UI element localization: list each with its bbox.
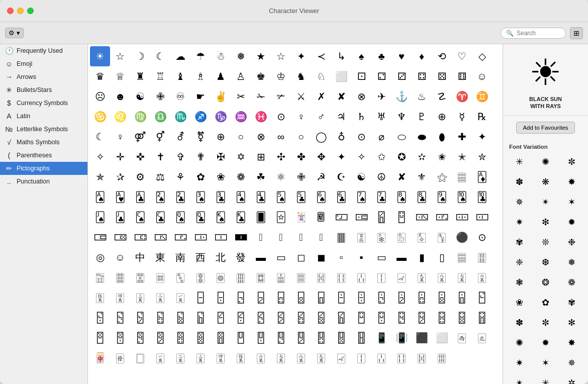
symbol-cell[interactable]: ✛ (110, 147, 130, 167)
symbol-cell[interactable]: 🂿 (311, 207, 331, 227)
symbol-cell[interactable]: ❀ (211, 167, 231, 187)
symbol-cell[interactable]: 🀘 (231, 267, 251, 287)
symbol-cell[interactable]: ♛ (90, 66, 110, 86)
symbol-cell[interactable]: 🀦 (432, 227, 452, 247)
symbol-cell[interactable]: 🂄 (452, 308, 472, 328)
symbol-cell[interactable]: 🃕 (291, 187, 311, 207)
symbol-cell[interactable]: 📱 (371, 328, 391, 348)
symbol-cell[interactable]: ♍ (130, 107, 150, 127)
symbol-cell[interactable]: 🀎 (291, 348, 311, 368)
symbol-cell[interactable]: 🀇 (170, 287, 190, 308)
symbol-cell[interactable]: 🀮 (271, 227, 291, 247)
symbol-cell[interactable]: ☹ (90, 86, 110, 107)
add-to-favourites-button[interactable]: Add to Favourites (516, 122, 574, 134)
symbol-cell[interactable]: 發 (231, 247, 251, 267)
symbol-cell[interactable]: ★ (251, 46, 271, 66)
symbol-cell[interactable]: 🀕 (291, 267, 311, 287)
symbol-cell[interactable]: 🁶 (170, 308, 190, 328)
symbol-cell[interactable]: 🀏 (311, 348, 331, 368)
symbol-cell[interactable]: ⚄ (432, 66, 452, 86)
symbol-cell[interactable]: ♇ (412, 107, 432, 127)
symbol-cell[interactable]: ⚦ (170, 127, 190, 147)
symbol-cell[interactable]: ✤ (291, 147, 311, 167)
symbol-cell[interactable]: ☛ (190, 86, 211, 107)
font-variation-cell[interactable]: ❉ (560, 233, 584, 251)
symbol-cell[interactable]: 🂆 (90, 328, 110, 348)
symbol-cell[interactable]: ♖ (150, 66, 170, 86)
symbol-cell[interactable]: ▯ (432, 247, 452, 267)
symbol-cell[interactable]: 🂍 (231, 328, 251, 348)
symbol-cell[interactable]: 🀍 (271, 348, 291, 368)
symbol-cell[interactable]: ⟲ (432, 46, 452, 66)
symbol-cell[interactable]: 🀈 (150, 287, 170, 308)
font-variation-cell[interactable]: ✵ (560, 354, 584, 372)
symbol-cell[interactable]: ⬬ (412, 127, 432, 147)
symbol-cell[interactable]: ℞ (472, 107, 492, 127)
symbol-cell[interactable]: 🃛 (110, 207, 130, 227)
symbol-cell[interactable]: 🀇 (150, 348, 170, 368)
symbol-cell[interactable]: ▬ (391, 247, 412, 267)
symbol-cell[interactable]: 🂓 (351, 328, 371, 348)
symbol-cell[interactable]: 🁥 (231, 287, 251, 308)
font-variation-cell[interactable]: ✶ (533, 354, 557, 372)
symbol-cell[interactable]: 🀾 (351, 207, 371, 227)
symbol-cell[interactable]: ⊕ (211, 127, 231, 147)
symbol-cell[interactable]: 🁴 (130, 308, 150, 328)
symbol-cell[interactable]: 🂨 (391, 187, 412, 207)
symbol-cell[interactable]: 🂐 (291, 328, 311, 348)
symbol-cell[interactable]: ⚖ (150, 167, 170, 187)
symbol-cell[interactable]: 西 (190, 247, 211, 267)
symbol-cell[interactable]: ☯ (130, 86, 150, 107)
symbol-cell[interactable]: 🃓 (211, 187, 231, 207)
symbol-cell[interactable]: 🀷 (90, 227, 110, 247)
symbol-cell[interactable]: ✦ (291, 46, 311, 66)
symbol-cell[interactable]: 🂑 (311, 328, 331, 348)
symbol-cell[interactable]: 北 (211, 247, 231, 267)
symbol-cell[interactable]: ♅ (371, 107, 391, 127)
symbol-cell[interactable]: 🁾 (331, 308, 351, 328)
symbol-cell[interactable]: ⬜ (432, 328, 452, 348)
symbol-cell[interactable]: ♥ (391, 46, 412, 66)
symbol-cell[interactable]: 🂧 (351, 187, 371, 207)
sidebar-item-emoji[interactable]: ☺Emoji (0, 57, 87, 70)
symbol-cell[interactable]: 🀐 (331, 348, 351, 368)
symbol-cell[interactable]: ☁ (170, 46, 190, 66)
symbol-cell[interactable]: ✯ (90, 167, 110, 187)
symbol-cell[interactable]: 🃚 (472, 187, 492, 207)
symbol-cell[interactable]: ☮ (371, 167, 391, 187)
symbol-cell[interactable]: ♦ (412, 46, 432, 66)
symbol-cell[interactable]: 🃔 (251, 187, 271, 207)
symbol-cell[interactable]: ☿ (452, 107, 472, 127)
font-variation-cell[interactable]: ❆ (533, 253, 557, 271)
symbol-cell[interactable]: 🃜 (150, 207, 170, 227)
font-variation-cell[interactable]: ✾ (560, 294, 584, 312)
symbol-cell[interactable]: 🃟 (271, 207, 291, 227)
symbol-cell[interactable]: ✫ (412, 147, 432, 167)
symbol-cell[interactable]: ▬ (251, 247, 271, 267)
symbol-cell[interactable]: 🀄 (90, 348, 110, 368)
symbol-cell[interactable]: 🁯 (432, 287, 452, 308)
symbol-cell[interactable]: ✗ (311, 86, 331, 107)
symbol-cell[interactable]: ♀ (291, 107, 311, 127)
symbol-cell[interactable]: ♗ (190, 66, 211, 86)
symbol-cell[interactable]: ✝ (150, 147, 170, 167)
symbol-cell[interactable]: 🀱 (211, 227, 231, 247)
font-variation-cell[interactable]: ✶ (560, 193, 584, 211)
symbol-cell[interactable]: ✦ (472, 127, 492, 147)
symbol-cell[interactable]: ♆ (391, 107, 412, 127)
symbol-cell[interactable]: ✜ (130, 147, 150, 167)
symbol-cell[interactable]: ♌ (110, 107, 130, 127)
symbol-cell[interactable]: 🁽 (311, 308, 331, 328)
symbol-cell[interactable]: 🀭 (291, 227, 311, 247)
symbol-cell[interactable]: 🀌 (472, 267, 492, 287)
symbol-cell[interactable]: 🃗 (371, 187, 391, 207)
symbol-cell[interactable]: 🁤 (211, 287, 231, 308)
symbol-cell[interactable]: 🂬 (130, 207, 150, 227)
font-variation-cell[interactable]: ❃ (507, 273, 531, 292)
symbol-cell[interactable]: ↳ (331, 46, 351, 66)
symbol-cell[interactable]: 🀉 (190, 348, 211, 368)
symbol-cell[interactable]: ⚜ (412, 167, 432, 187)
symbol-cell[interactable]: ✟ (190, 147, 211, 167)
symbol-cell[interactable]: 🁦 (251, 287, 271, 308)
symbol-cell[interactable]: 🀙 (211, 267, 231, 287)
